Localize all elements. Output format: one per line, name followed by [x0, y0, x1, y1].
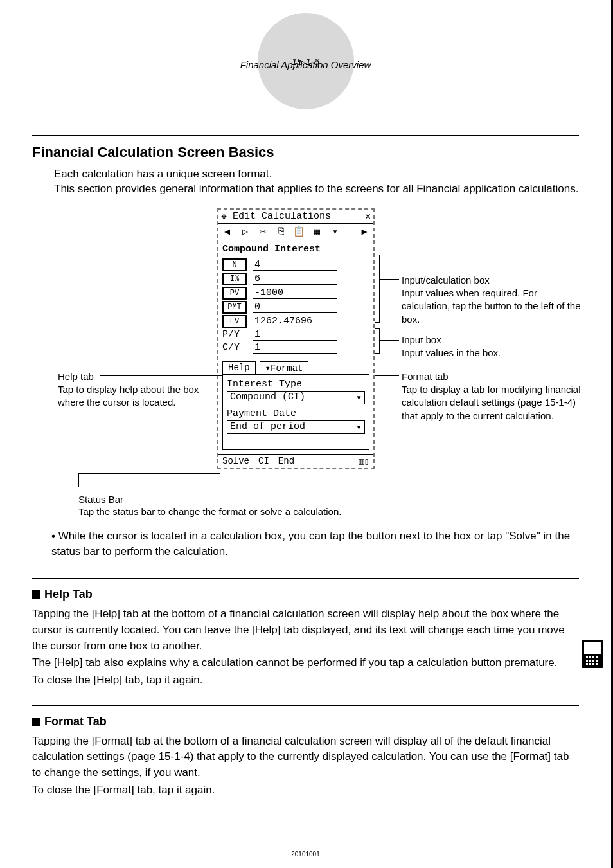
nav-right-icon[interactable]: ▷	[236, 224, 254, 239]
status-solve[interactable]: Solve	[222, 456, 249, 466]
status-end[interactable]: End	[278, 456, 294, 466]
format-tab-section: Format Tab Tapping the [Format] tab at t…	[32, 705, 579, 799]
pmt-button[interactable]: PMT	[222, 301, 247, 314]
diagram: ❖ Edit Calculations ✕ ◀ ▷ ✂ ⎘ 📋 ▦ ▾ ▶ Co…	[32, 208, 579, 498]
subsection-heading: Format Tab	[32, 715, 579, 728]
callout-body: Input values in the box.	[402, 347, 582, 359]
cy-value[interactable]: 1	[253, 342, 337, 354]
callout-format-tab: Format tab Tap to display a tab for modi…	[402, 370, 582, 422]
sprout-icon: ❖	[221, 210, 227, 222]
leader-line	[100, 375, 222, 376]
help-tab-section: Help Tab Tapping the [Help] tab at the b…	[32, 578, 579, 688]
more-icon[interactable]: ▶	[355, 224, 373, 239]
leader-line	[380, 279, 399, 280]
calculator-margin-icon	[582, 640, 603, 668]
paste-icon[interactable]: 📋	[290, 224, 308, 239]
callout-body: Input values when required. For calculat…	[402, 287, 582, 326]
subsection-title: Help Tab	[44, 588, 93, 601]
bracket-line	[375, 328, 380, 354]
dropdown-icon[interactable]: ▾	[326, 224, 344, 239]
field-row: P/Y1	[222, 329, 369, 341]
square-bullet-icon	[32, 590, 40, 599]
leader-line	[78, 473, 79, 487]
square-bullet-icon	[32, 718, 40, 726]
field-row: C/Y1	[222, 342, 369, 354]
calc-title: Compound Interest	[218, 240, 373, 257]
body-text: To close the [Format] tab, tap it again.	[32, 782, 579, 799]
py-label: P/Y	[222, 329, 247, 340]
menu-edit[interactable]: Edit	[233, 211, 256, 222]
ipct-value[interactable]: 6	[253, 273, 337, 285]
field-row: FV1262.47696	[222, 315, 369, 328]
chevron-down-icon: ▾	[356, 392, 362, 404]
toolbar: ◀ ▷ ✂ ⎘ 📋 ▦ ▾ ▶	[218, 224, 373, 240]
leader-line	[380, 340, 399, 341]
calc-screen: ❖ Edit Calculations ✕ ◀ ▷ ✂ ⎘ 📋 ▦ ▾ ▶ Co…	[217, 208, 375, 469]
callout-heading: Input box	[402, 334, 582, 347]
subsection-heading: Help Tab	[32, 588, 579, 601]
body-text: Tapping the [Help] tab at the bottom of …	[32, 606, 579, 654]
intro-text: Each calculation has a unique screen for…	[54, 167, 579, 197]
callout-heading: Input/calculation box	[402, 274, 582, 287]
field-row: I%6	[222, 273, 369, 285]
bracket-line	[375, 255, 380, 323]
section-heading: Financial Calculation Screen Basics	[32, 135, 579, 161]
callout-body: Tap to display a tab for modifying finan…	[402, 383, 582, 422]
pv-value[interactable]: -1000	[253, 287, 337, 299]
bullet-note: • While the cursor is located in a calcu…	[51, 529, 579, 559]
callout-help-tab: Help tab Tap to display help about the b…	[58, 370, 206, 410]
page: 15-1-6 Financial Application Overview Fi…	[0, 0, 613, 868]
field-row: N4	[222, 258, 369, 271]
menubar: ❖ Edit Calculations ✕	[218, 210, 373, 224]
callout-body: Tap the status bar to change the format …	[78, 506, 579, 517]
nav-left-icon[interactable]: ◀	[218, 224, 236, 239]
payment-date-value: End of period	[230, 421, 305, 433]
py-value[interactable]: 1	[253, 329, 337, 341]
interest-type-select[interactable]: Compound (CI)▾	[227, 391, 365, 404]
callout-heading: Format tab	[402, 370, 582, 383]
field-row: PMT0	[222, 301, 369, 314]
body-text: To close the [Help] tab, tap it again.	[32, 673, 579, 689]
callout-input-box: Input box Input values in the box.	[402, 334, 582, 360]
page-header: 15-1-6 Financial Application Overview	[32, 13, 579, 109]
cy-label: C/Y	[222, 342, 247, 353]
chevron-down-icon: ▾	[356, 421, 362, 433]
footer-date: 20101001	[0, 851, 611, 858]
fv-button[interactable]: FV	[222, 315, 247, 328]
payment-date-select[interactable]: End of period▾	[227, 420, 365, 434]
close-icon[interactable]: ✕	[365, 210, 371, 222]
bullet-text: While the cursor is located in a calcula…	[51, 530, 570, 557]
tab-help[interactable]: Help	[222, 361, 256, 374]
battery-icon: ▥▯	[359, 456, 369, 467]
interest-type-value: Compound (CI)	[230, 392, 305, 404]
format-panel: Interest Type Compound (CI)▾ Payment Dat…	[222, 374, 369, 450]
grid-icon[interactable]: ▦	[308, 224, 326, 239]
callout-heading: Help tab	[58, 370, 206, 383]
tab-format[interactable]: ▾Format	[260, 361, 309, 374]
ipct-button[interactable]: I%	[222, 273, 247, 285]
body-text: The [Help] tab also explains why a calcu…	[32, 655, 579, 671]
fv-value[interactable]: 1262.47696	[253, 316, 337, 327]
copy-icon[interactable]: ⎘	[272, 224, 290, 239]
subsection-title: Format Tab	[44, 715, 107, 728]
page-title: Financial Application Overview	[240, 59, 371, 70]
interest-type-label: Interest Type	[227, 379, 365, 390]
payment-date-label: Payment Date	[227, 408, 365, 419]
pmt-value[interactable]: 0	[253, 302, 337, 313]
cut-icon[interactable]: ✂	[254, 224, 272, 239]
status-bar[interactable]: Solve CI End ▥▯	[218, 454, 373, 468]
leader-line	[78, 473, 220, 474]
callout-input-calc: Input/calculation box Input values when …	[402, 274, 582, 326]
pv-button[interactable]: PV	[222, 287, 247, 300]
field-row: PV-1000	[222, 287, 369, 300]
leader-line	[375, 375, 399, 376]
n-button[interactable]: N	[222, 258, 247, 271]
field-list: N4 I%6 PV-1000 PMT0 FV1262.47696 P/Y1 C/…	[218, 258, 373, 359]
menu-calculations[interactable]: Calculations	[262, 211, 331, 222]
page-number-circle: 15-1-6 Financial Application Overview	[258, 13, 354, 109]
status-ci[interactable]: CI	[258, 456, 269, 466]
callout-body: Tap to display help about the box where …	[58, 383, 206, 410]
tab-row: Help ▾Format	[218, 361, 373, 374]
body-text: Tapping the [Format] tab at the bottom o…	[32, 734, 579, 781]
n-value[interactable]: 4	[253, 259, 337, 271]
